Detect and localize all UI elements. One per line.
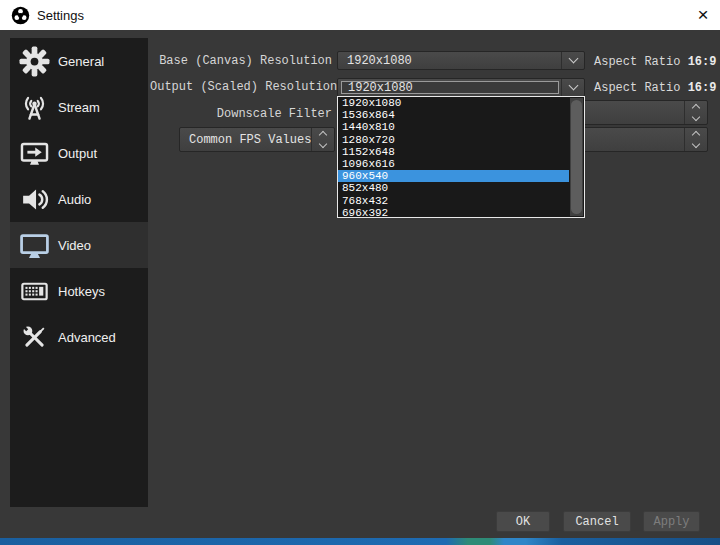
- close-button[interactable]: ×: [686, 0, 720, 30]
- titlebar: Settings ×: [0, 0, 720, 30]
- sidebar-item-label: Hotkeys: [58, 284, 105, 299]
- speaker-icon: [10, 184, 58, 215]
- output-aspect-ratio: Aspect Ratio 16:9: [594, 81, 716, 95]
- fps-type-combo[interactable]: Common FPS Values: [179, 127, 335, 152]
- output-resolution-edit[interactable]: 1920x1080: [341, 81, 559, 94]
- sidebar-item-stream[interactable]: Stream: [10, 84, 148, 130]
- downscale-filter-label: Downscale Filter: [150, 107, 332, 121]
- chevron-down-icon[interactable]: [561, 79, 584, 96]
- sidebar-item-advanced[interactable]: Advanced: [10, 314, 148, 360]
- dropdown-item[interactable]: 1096x616: [338, 158, 569, 170]
- output-resolution-combo[interactable]: 1920x1080: [337, 78, 585, 97]
- base-resolution-combo[interactable]: 1920x1080: [337, 51, 585, 70]
- sidebar-item-output[interactable]: Output: [10, 130, 148, 176]
- dropdown-item[interactable]: 960x540: [338, 170, 569, 182]
- dropdown-item[interactable]: 1280x720: [338, 134, 569, 146]
- spinner-arrows-icon[interactable]: [684, 101, 707, 124]
- output-resolution-label: Output (Scaled) Resolution: [150, 80, 332, 94]
- sidebar-item-audio[interactable]: Audio: [10, 176, 148, 222]
- dropdown-item[interactable]: 696x392: [338, 207, 569, 219]
- sidebar-item-label: Advanced: [58, 330, 116, 345]
- fps-type-value: Common FPS Values: [180, 133, 311, 147]
- dropdown-item[interactable]: 1920x1080: [338, 97, 569, 109]
- sidebar-item-label: General: [58, 54, 104, 69]
- sidebar: General: [10, 38, 148, 507]
- tools-icon: [10, 322, 58, 353]
- dropdown-item[interactable]: 768x432: [338, 195, 569, 207]
- sidebar-item-video[interactable]: Video: [10, 222, 148, 268]
- sidebar-item-label: Video: [58, 238, 91, 253]
- sidebar-item-label: Stream: [58, 100, 100, 115]
- monitor-arrow-icon: [10, 138, 58, 169]
- settings-window: Settings ×: [0, 0, 720, 545]
- base-aspect-ratio: Aspect Ratio 16:9: [594, 55, 716, 69]
- background-window-edge: [0, 538, 720, 545]
- gear-icon: [10, 46, 58, 77]
- scrollbar-thumb[interactable]: [571, 100, 582, 214]
- output-resolution-value: 1920x1080: [342, 81, 558, 95]
- dropdown-item[interactable]: 1536x864: [338, 109, 569, 121]
- cancel-button[interactable]: Cancel: [563, 511, 631, 532]
- base-resolution-label: Base (Canvas) Resolution: [150, 54, 332, 68]
- sidebar-item-general[interactable]: General: [10, 38, 148, 84]
- dropdown-item[interactable]: 1152x648: [338, 146, 569, 158]
- window-title: Settings: [37, 8, 84, 23]
- monitor-icon: [10, 229, 58, 262]
- sidebar-item-label: Output: [58, 146, 97, 161]
- close-icon: ×: [697, 4, 708, 26]
- dropdown-item[interactable]: 1440x810: [338, 121, 569, 133]
- ok-button[interactable]: OK: [496, 511, 550, 532]
- base-resolution-value: 1920x1080: [338, 54, 561, 68]
- sidebar-item-label: Audio: [58, 192, 91, 207]
- keyboard-icon: [10, 276, 58, 307]
- broadcast-antenna-icon: [10, 92, 58, 123]
- spinner-arrows-icon[interactable]: [311, 128, 334, 151]
- obs-logo-icon: [11, 6, 30, 25]
- dropdown-item[interactable]: 852x480: [338, 182, 569, 194]
- spinner-arrows-icon[interactable]: [684, 128, 707, 151]
- sidebar-item-hotkeys[interactable]: Hotkeys: [10, 268, 148, 314]
- apply-button[interactable]: Apply: [643, 511, 700, 532]
- chevron-down-icon[interactable]: [561, 52, 584, 69]
- resolution-dropdown-list: 1920x10801536x8641440x8101280x7201152x64…: [337, 96, 585, 218]
- dropdown-scrollbar[interactable]: [570, 98, 583, 216]
